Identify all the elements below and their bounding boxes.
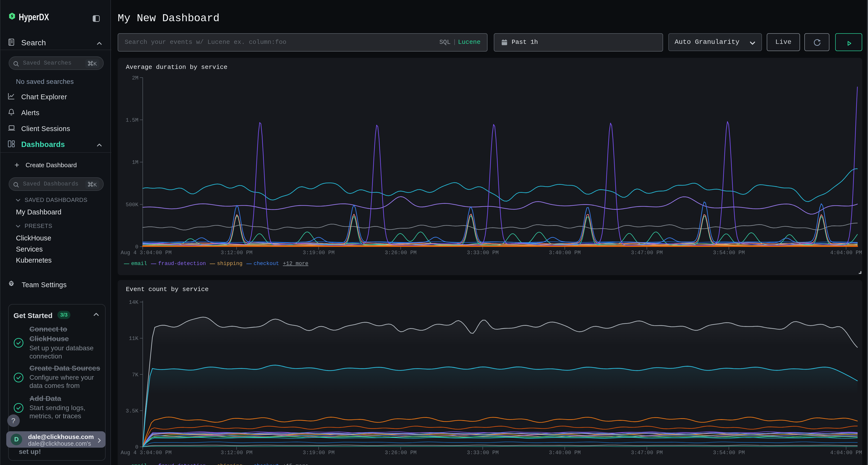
svg-text:3:54:00 PM: 3:54:00 PM — [713, 450, 745, 456]
svg-text:500K: 500K — [126, 202, 138, 208]
svg-text:3:19:00 PM: 3:19:00 PM — [303, 450, 335, 456]
svg-text:4:04:00 PM: 4:04:00 PM — [830, 250, 862, 256]
svg-text:14K: 14K — [129, 299, 138, 305]
svg-text:3:40:00 PM: 3:40:00 PM — [549, 250, 581, 256]
svg-text:4:04:00 PM: 4:04:00 PM — [830, 450, 862, 456]
svg-text:3:54:00 PM: 3:54:00 PM — [713, 250, 745, 256]
svg-text:1.5M: 1.5M — [126, 117, 138, 123]
svg-text:3:47:00 PM: 3:47:00 PM — [631, 250, 663, 256]
svg-text:1M: 1M — [132, 160, 138, 166]
svg-text:Aug 4 3:04:00 PM: Aug 4 3:04:00 PM — [121, 250, 172, 256]
svg-text:3:12:00 PM: 3:12:00 PM — [221, 450, 252, 456]
svg-text:3:47:00 PM: 3:47:00 PM — [631, 450, 663, 456]
svg-text:3:26:00 PM: 3:26:00 PM — [385, 450, 416, 456]
svg-text:3:33:00 PM: 3:33:00 PM — [467, 250, 499, 256]
svg-text:0: 0 — [135, 244, 138, 250]
svg-text:11K: 11K — [129, 336, 138, 342]
svg-text:3:33:00 PM: 3:33:00 PM — [467, 450, 499, 456]
svg-text:7K: 7K — [132, 372, 138, 378]
svg-text:3:26:00 PM: 3:26:00 PM — [385, 250, 416, 256]
svg-text:3:12:00 PM: 3:12:00 PM — [221, 250, 252, 256]
svg-text:0: 0 — [135, 444, 138, 450]
svg-text:3:19:00 PM: 3:19:00 PM — [303, 250, 335, 256]
svg-text:3:40:00 PM: 3:40:00 PM — [549, 450, 581, 456]
svg-text:2M: 2M — [132, 75, 138, 81]
svg-text:3.5K: 3.5K — [126, 408, 138, 414]
svg-text:Aug 4 3:04:00 PM: Aug 4 3:04:00 PM — [121, 450, 172, 456]
